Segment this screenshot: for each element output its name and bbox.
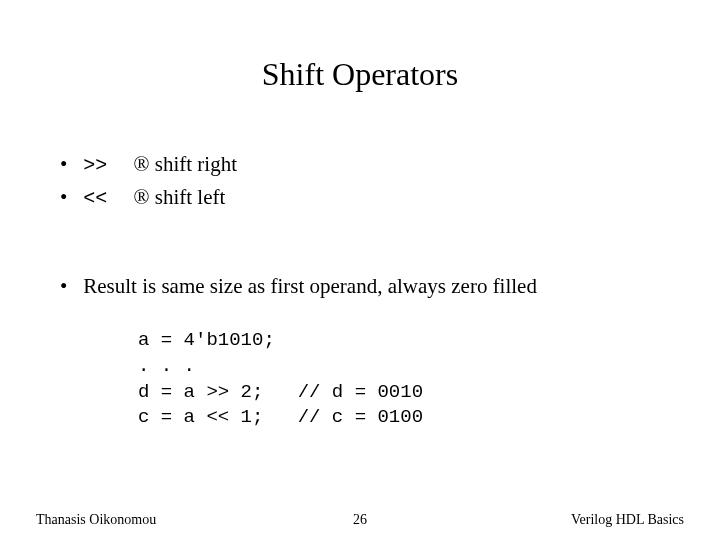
vertical-gap: [60, 216, 680, 272]
spacer: [113, 152, 129, 176]
spacer: [113, 185, 129, 209]
arrow-icon: ®: [134, 152, 150, 176]
slide-body: • >> ® shift right • << ® shift left • R…: [60, 150, 680, 431]
code-line: d = a >> 2; // d = 0010: [138, 381, 423, 403]
bullet-text: Result is same size as first operand, al…: [83, 274, 537, 298]
bullet-shift-left: • << ® shift left: [60, 183, 680, 212]
bullet-dot: •: [60, 272, 78, 300]
code-line: c = a << 1; // c = 0100: [138, 406, 423, 428]
bullet-shift-right: • >> ® shift right: [60, 150, 680, 179]
code-example: a = 4'b1010; . . . d = a >> 2; // d = 00…: [138, 328, 680, 431]
arrow-icon: ®: [134, 185, 150, 209]
bullet-text: shift left: [155, 185, 226, 209]
bullet-result-note: • Result is same size as first operand, …: [60, 272, 680, 300]
code-line: a = 4'b1010;: [138, 329, 275, 351]
operator-symbol: <<: [83, 187, 107, 210]
operator-symbol: >>: [83, 154, 107, 177]
footer-topic: Verilog HDL Basics: [571, 512, 684, 528]
bullet-dot: •: [60, 150, 78, 178]
bullet-dot: •: [60, 183, 78, 211]
bullet-text: shift right: [155, 152, 237, 176]
slide: Shift Operators • >> ® shift right • << …: [0, 0, 720, 540]
slide-title: Shift Operators: [0, 56, 720, 93]
code-line: . . .: [138, 355, 195, 377]
